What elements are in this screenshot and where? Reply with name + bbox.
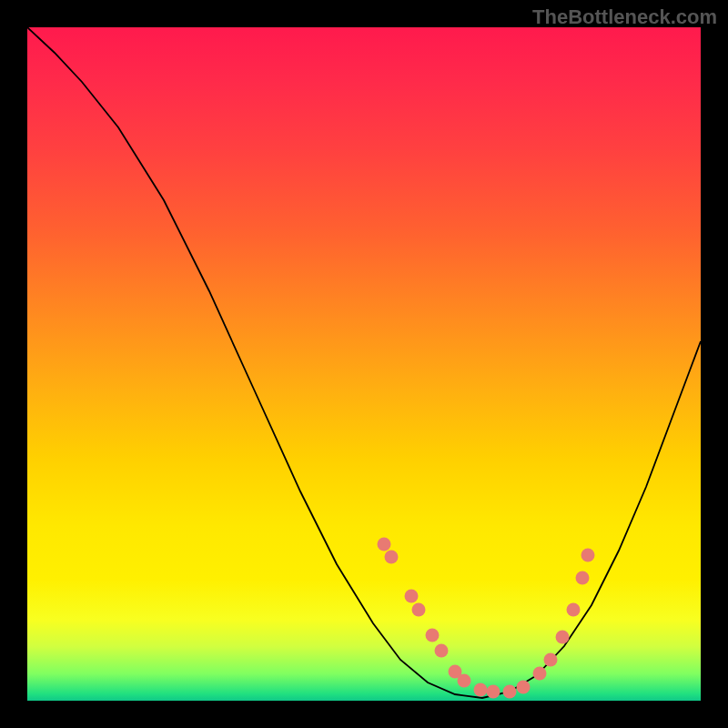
data-marker [426,629,440,642]
data-marker [458,674,471,688]
data-marker [385,551,399,564]
bottleneck-curve [27,27,701,698]
data-marker [378,538,391,551]
plot-area [27,27,701,701]
data-marker [556,631,570,644]
data-marker [435,644,449,658]
data-marker [567,603,581,617]
chart-svg [27,27,701,701]
data-marker [412,603,426,617]
data-marker [503,685,517,699]
data-marker [517,681,531,694]
data-marker [474,683,488,697]
marker-group [378,538,595,699]
data-marker [533,667,547,681]
data-marker [581,549,595,562]
data-marker [576,571,590,585]
data-marker [487,685,500,699]
watermark-text: TheBottleneck.com [532,5,717,29]
data-marker [405,590,419,603]
data-marker [544,653,558,667]
